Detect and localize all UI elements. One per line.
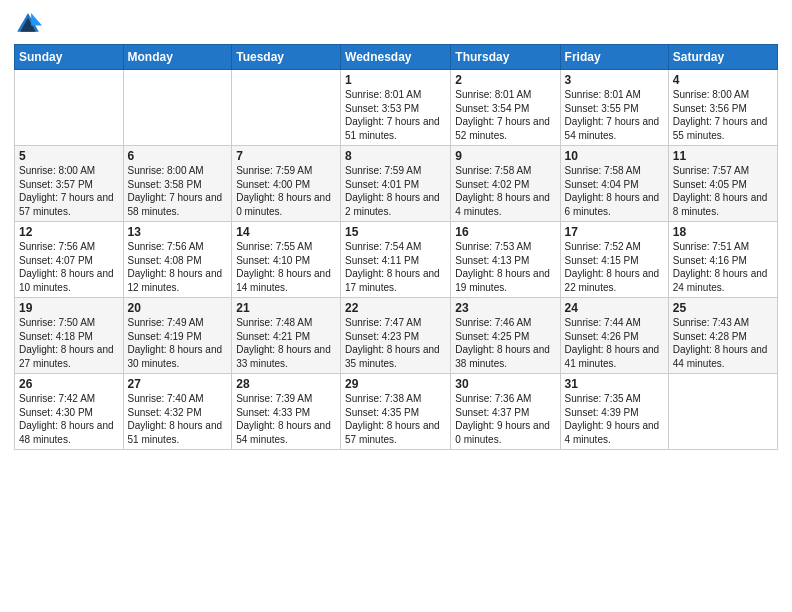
day-number: 9 [455,149,555,163]
day-cell: 12Sunrise: 7:56 AM Sunset: 4:07 PM Dayli… [15,222,124,298]
day-cell [232,70,341,146]
day-number: 31 [565,377,664,391]
col-header-saturday: Saturday [668,45,777,70]
day-info: Sunrise: 7:44 AM Sunset: 4:26 PM Dayligh… [565,316,664,370]
col-header-friday: Friday [560,45,668,70]
day-cell: 1Sunrise: 8:01 AM Sunset: 3:53 PM Daylig… [341,70,451,146]
day-number: 6 [128,149,228,163]
day-number: 25 [673,301,773,315]
day-info: Sunrise: 7:53 AM Sunset: 4:13 PM Dayligh… [455,240,555,294]
day-info: Sunrise: 7:48 AM Sunset: 4:21 PM Dayligh… [236,316,336,370]
week-row-1: 1Sunrise: 8:01 AM Sunset: 3:53 PM Daylig… [15,70,778,146]
day-info: Sunrise: 7:39 AM Sunset: 4:33 PM Dayligh… [236,392,336,446]
day-number: 11 [673,149,773,163]
day-cell: 13Sunrise: 7:56 AM Sunset: 4:08 PM Dayli… [123,222,232,298]
day-cell: 9Sunrise: 7:58 AM Sunset: 4:02 PM Daylig… [451,146,560,222]
day-number: 8 [345,149,446,163]
day-cell: 23Sunrise: 7:46 AM Sunset: 4:25 PM Dayli… [451,298,560,374]
day-number: 22 [345,301,446,315]
day-cell: 5Sunrise: 8:00 AM Sunset: 3:57 PM Daylig… [15,146,124,222]
day-info: Sunrise: 7:57 AM Sunset: 4:05 PM Dayligh… [673,164,773,218]
day-number: 21 [236,301,336,315]
day-number: 13 [128,225,228,239]
day-cell: 29Sunrise: 7:38 AM Sunset: 4:35 PM Dayli… [341,374,451,450]
day-info: Sunrise: 7:52 AM Sunset: 4:15 PM Dayligh… [565,240,664,294]
day-number: 17 [565,225,664,239]
day-cell: 28Sunrise: 7:39 AM Sunset: 4:33 PM Dayli… [232,374,341,450]
day-number: 29 [345,377,446,391]
day-info: Sunrise: 8:01 AM Sunset: 3:54 PM Dayligh… [455,88,555,142]
day-cell: 19Sunrise: 7:50 AM Sunset: 4:18 PM Dayli… [15,298,124,374]
day-cell: 30Sunrise: 7:36 AM Sunset: 4:37 PM Dayli… [451,374,560,450]
day-number: 15 [345,225,446,239]
day-cell [668,374,777,450]
day-number: 23 [455,301,555,315]
day-info: Sunrise: 7:58 AM Sunset: 4:04 PM Dayligh… [565,164,664,218]
day-cell: 24Sunrise: 7:44 AM Sunset: 4:26 PM Dayli… [560,298,668,374]
day-cell [123,70,232,146]
day-number: 26 [19,377,119,391]
day-number: 14 [236,225,336,239]
col-header-wednesday: Wednesday [341,45,451,70]
day-number: 12 [19,225,119,239]
day-number: 20 [128,301,228,315]
day-info: Sunrise: 8:00 AM Sunset: 3:57 PM Dayligh… [19,164,119,218]
svg-marker-2 [31,13,42,25]
day-cell: 16Sunrise: 7:53 AM Sunset: 4:13 PM Dayli… [451,222,560,298]
day-info: Sunrise: 7:59 AM Sunset: 4:01 PM Dayligh… [345,164,446,218]
day-cell: 25Sunrise: 7:43 AM Sunset: 4:28 PM Dayli… [668,298,777,374]
day-cell: 11Sunrise: 7:57 AM Sunset: 4:05 PM Dayli… [668,146,777,222]
day-info: Sunrise: 7:54 AM Sunset: 4:11 PM Dayligh… [345,240,446,294]
header [14,10,778,38]
day-info: Sunrise: 8:01 AM Sunset: 3:53 PM Dayligh… [345,88,446,142]
day-cell: 6Sunrise: 8:00 AM Sunset: 3:58 PM Daylig… [123,146,232,222]
day-info: Sunrise: 7:43 AM Sunset: 4:28 PM Dayligh… [673,316,773,370]
logo [14,10,46,38]
week-row-2: 5Sunrise: 8:00 AM Sunset: 3:57 PM Daylig… [15,146,778,222]
day-cell: 18Sunrise: 7:51 AM Sunset: 4:16 PM Dayli… [668,222,777,298]
day-info: Sunrise: 7:46 AM Sunset: 4:25 PM Dayligh… [455,316,555,370]
day-info: Sunrise: 7:35 AM Sunset: 4:39 PM Dayligh… [565,392,664,446]
day-info: Sunrise: 8:01 AM Sunset: 3:55 PM Dayligh… [565,88,664,142]
day-cell: 15Sunrise: 7:54 AM Sunset: 4:11 PM Dayli… [341,222,451,298]
day-number: 1 [345,73,446,87]
day-cell: 8Sunrise: 7:59 AM Sunset: 4:01 PM Daylig… [341,146,451,222]
day-info: Sunrise: 7:38 AM Sunset: 4:35 PM Dayligh… [345,392,446,446]
day-number: 3 [565,73,664,87]
day-info: Sunrise: 7:50 AM Sunset: 4:18 PM Dayligh… [19,316,119,370]
day-cell: 20Sunrise: 7:49 AM Sunset: 4:19 PM Dayli… [123,298,232,374]
calendar-table: SundayMondayTuesdayWednesdayThursdayFrid… [14,44,778,450]
day-cell: 10Sunrise: 7:58 AM Sunset: 4:04 PM Dayli… [560,146,668,222]
day-cell: 31Sunrise: 7:35 AM Sunset: 4:39 PM Dayli… [560,374,668,450]
day-cell: 4Sunrise: 8:00 AM Sunset: 3:56 PM Daylig… [668,70,777,146]
day-cell: 21Sunrise: 7:48 AM Sunset: 4:21 PM Dayli… [232,298,341,374]
day-cell: 14Sunrise: 7:55 AM Sunset: 4:10 PM Dayli… [232,222,341,298]
day-info: Sunrise: 7:47 AM Sunset: 4:23 PM Dayligh… [345,316,446,370]
day-info: Sunrise: 7:56 AM Sunset: 4:08 PM Dayligh… [128,240,228,294]
col-header-thursday: Thursday [451,45,560,70]
day-number: 30 [455,377,555,391]
day-number: 16 [455,225,555,239]
day-number: 18 [673,225,773,239]
day-number: 27 [128,377,228,391]
day-info: Sunrise: 7:36 AM Sunset: 4:37 PM Dayligh… [455,392,555,446]
day-info: Sunrise: 7:40 AM Sunset: 4:32 PM Dayligh… [128,392,228,446]
day-cell: 22Sunrise: 7:47 AM Sunset: 4:23 PM Dayli… [341,298,451,374]
week-row-5: 26Sunrise: 7:42 AM Sunset: 4:30 PM Dayli… [15,374,778,450]
col-header-sunday: Sunday [15,45,124,70]
day-info: Sunrise: 7:55 AM Sunset: 4:10 PM Dayligh… [236,240,336,294]
day-number: 19 [19,301,119,315]
day-info: Sunrise: 7:59 AM Sunset: 4:00 PM Dayligh… [236,164,336,218]
day-number: 28 [236,377,336,391]
day-number: 10 [565,149,664,163]
day-number: 4 [673,73,773,87]
day-cell: 26Sunrise: 7:42 AM Sunset: 4:30 PM Dayli… [15,374,124,450]
col-header-tuesday: Tuesday [232,45,341,70]
day-number: 5 [19,149,119,163]
day-info: Sunrise: 7:58 AM Sunset: 4:02 PM Dayligh… [455,164,555,218]
day-cell: 2Sunrise: 8:01 AM Sunset: 3:54 PM Daylig… [451,70,560,146]
week-row-3: 12Sunrise: 7:56 AM Sunset: 4:07 PM Dayli… [15,222,778,298]
day-number: 24 [565,301,664,315]
day-cell: 17Sunrise: 7:52 AM Sunset: 4:15 PM Dayli… [560,222,668,298]
header-row: SundayMondayTuesdayWednesdayThursdayFrid… [15,45,778,70]
